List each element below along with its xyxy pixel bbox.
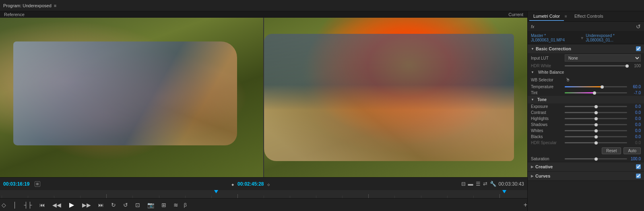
hdr-specular-thumb[interactable] [594,141,598,145]
highlights-row: Highlights 0.0 [528,116,644,122]
reset-icon-btn[interactable]: ↺ [636,23,641,30]
tab-lumetri-color[interactable]: Lumetri Color [529,12,564,21]
tone-title: Tone [537,97,547,102]
highlights-thumb[interactable] [594,117,598,120]
snapshot-icon[interactable]: ▦ [35,181,40,187]
beta-icon[interactable]: β [184,202,187,208]
current-label: Current [508,12,523,17]
section-collapse-icon: ▼ [531,47,534,51]
curves-checkbox[interactable] [636,174,641,178]
blacks-slider[interactable] [565,136,627,137]
hdr-specular-slider[interactable] [565,142,627,143]
split-btn[interactable]: ┤├ [23,201,34,209]
view-split-icon[interactable]: ⊟ [461,181,466,187]
tick [132,196,159,198]
tick [316,196,342,198]
mark-out-btn[interactable]: ⬦ [265,180,272,188]
menu-icon[interactable]: ≡ [54,3,56,8]
tick [290,196,316,198]
timeline-bar[interactable] [0,190,527,198]
shadows-thumb[interactable] [594,123,598,126]
creative-checkbox[interactable] [636,164,641,169]
video-labels: Reference Current [0,11,527,18]
auto-button[interactable]: Auto [623,147,641,154]
shadows-slider[interactable] [565,124,627,125]
tick [106,194,132,198]
hdr-white-thumb[interactable] [625,64,629,68]
basic-correction-checkbox[interactable] [636,46,641,51]
wrench-icon[interactable]: 🔧 [490,181,496,187]
blacks-value: 0.0 [629,134,641,139]
contrast-slider[interactable] [565,112,627,113]
contrast-fill [565,112,596,113]
export-frame-btn[interactable]: ⊞ [160,201,168,209]
temperature-thumb[interactable] [601,85,604,89]
tab-effect-controls[interactable]: Effect Controls [570,12,607,21]
loop2-btn[interactable]: ↺ [122,201,130,209]
mark-in-btn[interactable]: ⬥ [229,180,236,188]
right-scroll[interactable]: ▼ Basic Correction Input LUT None HDR Wh… [528,44,644,211]
saturation-thumb[interactable] [594,157,598,161]
reference-label: Reference [4,12,25,17]
creative-title: Creative [535,164,553,169]
blacks-row: Blacks 0.0 [528,134,644,140]
step-back-btn[interactable]: ◀◀ [51,201,63,209]
tint-slider[interactable] [565,92,627,93]
tick [368,194,394,198]
master-clip-name[interactable]: Master * JL080063_01.MP4 [531,33,578,42]
add-cue-btn[interactable]: │ [12,201,19,209]
curves-header[interactable]: ▶ Curves [528,172,644,180]
hdr-specular-row: HDR Specular 0.0 [528,140,644,146]
view-single-icon[interactable]: ▬ [468,181,473,187]
basic-correction-header[interactable]: ▼ Basic Correction [528,44,644,53]
exposure-thumb[interactable] [594,105,598,108]
view-stack-icon[interactable]: ☰ [476,181,481,187]
tint-value: -7.0 [629,91,641,95]
section-title-row: ▼ Basic Correction [531,46,571,51]
tint-thumb[interactable] [593,91,596,95]
creative-title-row: ▶ Creative [531,164,553,169]
camera-btn[interactable]: 📷 [146,201,156,209]
right-panel: Lumetri Color ≡ Effect Controls fx ↺ Mas… [527,11,644,211]
insert-btn[interactable]: ⊡ [134,201,142,209]
hdr-specular-value: 0.0 [629,141,641,145]
controls-right: ⊟ ▬ ☰ ⇄ 🔧 00:03:30:43 [461,181,524,187]
underexposed-clip-name[interactable]: Underexposed * JL080063_01... [586,33,641,42]
shadows-value: 0.0 [629,122,641,127]
loop-btn[interactable]: ↻ [109,201,118,209]
input-lut-select[interactable]: None [565,54,641,62]
compare-icon[interactable]: ⇄ [483,181,487,187]
reset-button[interactable]: Reset [602,147,621,154]
exposure-slider[interactable] [565,106,627,107]
lumetri-menu-icon[interactable]: ≡ [565,14,567,19]
timeline-track[interactable] [0,190,527,198]
add-effect-btn[interactable]: + [524,201,527,209]
step-fwd-btn[interactable]: ▶▶ [80,201,93,209]
tick [394,196,421,198]
whites-row: Whites 0.0 [528,128,644,134]
tick [159,196,185,198]
temperature-slider[interactable] [565,86,627,87]
add-marker-btn[interactable]: ◇ [0,201,8,209]
saturation-slider[interactable] [565,158,627,159]
whites-slider[interactable] [565,130,627,131]
saturation-value: 100.0 [629,157,641,161]
hdr-white-row: HDR White 100 [528,63,644,69]
shadows-label: Shadows [531,122,563,127]
tint-fill [565,92,594,93]
blacks-thumb[interactable] [594,135,598,139]
white-balance-header: ▼ White Balance [528,69,644,76]
eyedropper-icon[interactable]: 🖱 [566,77,570,83]
wb-selector-row: WB Selector 🖱 [528,76,644,84]
hdr-white-slider[interactable] [565,65,627,66]
highlights-slider[interactable] [565,118,627,119]
saturation-fill [565,158,596,159]
go-to-in-btn[interactable]: ⏮ [38,201,47,209]
audio-mix-btn[interactable]: ≋ [172,201,180,209]
program-title: Program: Underexposed ≡ [3,3,56,8]
play-btn[interactable]: ▶ [67,200,76,209]
contrast-thumb[interactable] [594,111,598,114]
whites-thumb[interactable] [594,129,598,132]
creative-header[interactable]: ▶ Creative [528,162,644,171]
go-to-out-btn[interactable]: ⏭ [97,201,105,209]
